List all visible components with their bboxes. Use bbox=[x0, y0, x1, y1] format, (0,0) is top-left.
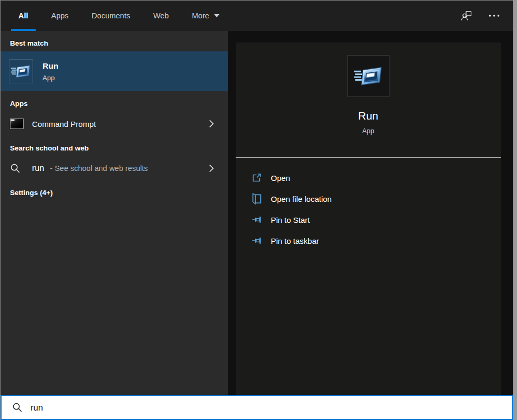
web-search-query: run bbox=[32, 164, 44, 173]
action-label: Open bbox=[271, 174, 290, 182]
preview-panel: Run App Open Open file location bbox=[228, 31, 513, 395]
section-settings: Settings (4+) bbox=[1, 189, 228, 197]
tab-more[interactable]: More bbox=[185, 1, 227, 31]
header-icons bbox=[461, 1, 500, 31]
web-search-suffix: - See school and web results bbox=[50, 164, 147, 173]
desktop-edge bbox=[513, 0, 517, 420]
section-apps: Apps bbox=[1, 100, 228, 107]
action-pin-to-taskbar[interactable]: Pin to taskbar bbox=[236, 230, 501, 251]
search-flyout-window: All Apps Documents Web More Best bbox=[0, 0, 513, 420]
command-prompt-icon bbox=[10, 119, 24, 129]
pin-icon bbox=[251, 235, 263, 246]
result-command-prompt[interactable]: Command Prompt bbox=[1, 112, 228, 136]
run-icon bbox=[353, 61, 384, 91]
caret-down-icon bbox=[214, 14, 219, 17]
action-pin-to-start[interactable]: Pin to Start bbox=[236, 209, 501, 230]
search-icon bbox=[12, 402, 23, 413]
preview-card: Run App Open Open file location bbox=[236, 42, 501, 395]
preview-title: Run bbox=[236, 110, 501, 122]
search-bar[interactable] bbox=[1, 395, 513, 420]
chevron-right-icon[interactable] bbox=[209, 164, 214, 173]
best-match-title: Run bbox=[43, 61, 58, 71]
preview-divider bbox=[236, 157, 501, 158]
result-web-search[interactable]: run - See school and web results bbox=[1, 156, 228, 180]
search-icon bbox=[10, 163, 24, 174]
best-match-type: App bbox=[43, 74, 58, 82]
action-label: Pin to taskbar bbox=[271, 236, 319, 245]
chevron-right-icon[interactable] bbox=[209, 120, 214, 128]
tab-all-label: All bbox=[18, 12, 28, 20]
open-file-location-icon bbox=[251, 192, 263, 205]
run-icon-box bbox=[9, 59, 33, 83]
results-panel: Best match Run App Apps Command Prompt bbox=[1, 31, 228, 395]
tab-documents-label: Documents bbox=[92, 12, 130, 20]
best-match-text: Run App bbox=[43, 61, 58, 82]
ellipsis-icon[interactable] bbox=[488, 14, 500, 17]
section-web-search: Search school and web bbox=[1, 144, 228, 152]
tab-documents[interactable]: Documents bbox=[85, 1, 138, 31]
search-results-area: Best match Run App Apps Command Prompt bbox=[1, 31, 513, 395]
tab-apps-label: Apps bbox=[51, 12, 69, 20]
search-input[interactable] bbox=[30, 403, 512, 413]
run-icon bbox=[10, 61, 31, 82]
action-open-file-location[interactable]: Open file location bbox=[236, 188, 501, 209]
tab-more-label: More bbox=[192, 12, 209, 20]
tab-all[interactable]: All bbox=[11, 1, 36, 31]
tab-web[interactable]: Web bbox=[146, 1, 176, 31]
section-best-match: Best match bbox=[1, 39, 228, 47]
feedback-icon[interactable] bbox=[461, 10, 472, 21]
action-label: Pin to Start bbox=[271, 216, 310, 224]
preview-actions: Open Open file location Pin to Start bbox=[236, 167, 501, 251]
active-tab-underline bbox=[11, 29, 36, 31]
result-label: Command Prompt bbox=[32, 120, 209, 128]
tab-apps[interactable]: Apps bbox=[44, 1, 76, 31]
pin-icon bbox=[251, 214, 263, 225]
action-label: Open file location bbox=[271, 195, 332, 203]
tab-web-label: Web bbox=[153, 12, 169, 20]
web-search-label: run - See school and web results bbox=[32, 164, 209, 173]
action-open[interactable]: Open bbox=[236, 167, 501, 188]
preview-icon-box bbox=[347, 55, 389, 97]
preview-subtitle: App bbox=[236, 127, 501, 135]
open-icon bbox=[251, 173, 263, 183]
best-match-result-run[interactable]: Run App bbox=[1, 51, 228, 91]
search-filter-tabs: All Apps Documents Web More bbox=[1, 1, 513, 31]
